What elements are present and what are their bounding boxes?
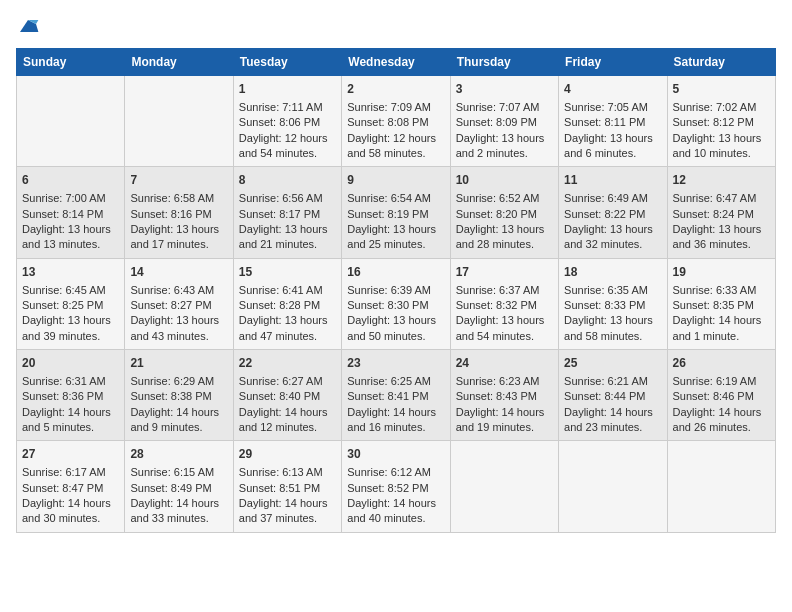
day-detail: and 50 minutes. <box>347 329 444 344</box>
day-detail: Sunrise: 6:17 AM <box>22 465 119 480</box>
day-number: 7 <box>130 172 227 189</box>
day-detail: and 13 minutes. <box>22 237 119 252</box>
day-number: 6 <box>22 172 119 189</box>
day-detail: Daylight: 14 hours <box>347 496 444 511</box>
day-detail: and 39 minutes. <box>22 329 119 344</box>
cell-w2-d4: 9Sunrise: 6:54 AMSunset: 8:19 PMDaylight… <box>342 167 450 258</box>
day-detail: Daylight: 13 hours <box>564 313 661 328</box>
day-detail: Daylight: 12 hours <box>347 131 444 146</box>
cell-w1-d3: 1Sunrise: 7:11 AMSunset: 8:06 PMDaylight… <box>233 76 341 167</box>
day-detail: Sunrise: 6:12 AM <box>347 465 444 480</box>
cell-w3-d4: 16Sunrise: 6:39 AMSunset: 8:30 PMDayligh… <box>342 258 450 349</box>
day-detail: Daylight: 13 hours <box>130 313 227 328</box>
cell-w4-d1: 20Sunrise: 6:31 AMSunset: 8:36 PMDayligh… <box>17 350 125 441</box>
week-row-3: 13Sunrise: 6:45 AMSunset: 8:25 PMDayligh… <box>17 258 776 349</box>
cell-w3-d2: 14Sunrise: 6:43 AMSunset: 8:27 PMDayligh… <box>125 258 233 349</box>
day-detail: and 33 minutes. <box>130 511 227 526</box>
day-number: 30 <box>347 446 444 463</box>
day-detail: Sunset: 8:08 PM <box>347 115 444 130</box>
day-detail: and 2 minutes. <box>456 146 553 161</box>
day-detail: Sunset: 8:27 PM <box>130 298 227 313</box>
day-detail: Sunrise: 6:47 AM <box>673 191 770 206</box>
cell-w5-d1: 27Sunrise: 6:17 AMSunset: 8:47 PMDayligh… <box>17 441 125 532</box>
day-number: 19 <box>673 264 770 281</box>
header-monday: Monday <box>125 49 233 76</box>
day-detail: Daylight: 12 hours <box>239 131 336 146</box>
logo-icon <box>16 16 40 36</box>
cell-w2-d5: 10Sunrise: 6:52 AMSunset: 8:20 PMDayligh… <box>450 167 558 258</box>
day-detail: Sunrise: 6:37 AM <box>456 283 553 298</box>
day-number: 9 <box>347 172 444 189</box>
day-detail: Sunrise: 6:15 AM <box>130 465 227 480</box>
day-detail: Sunrise: 6:41 AM <box>239 283 336 298</box>
day-detail: Daylight: 13 hours <box>22 222 119 237</box>
calendar-table: SundayMondayTuesdayWednesdayThursdayFrid… <box>16 48 776 533</box>
day-number: 27 <box>22 446 119 463</box>
cell-w1-d1 <box>17 76 125 167</box>
day-detail: and 54 minutes. <box>239 146 336 161</box>
day-detail: Sunset: 8:22 PM <box>564 207 661 222</box>
day-detail: and 16 minutes. <box>347 420 444 435</box>
day-detail: Sunset: 8:11 PM <box>564 115 661 130</box>
cell-w1-d7: 5Sunrise: 7:02 AMSunset: 8:12 PMDaylight… <box>667 76 775 167</box>
day-detail: Daylight: 13 hours <box>347 222 444 237</box>
day-detail: Sunrise: 6:49 AM <box>564 191 661 206</box>
day-detail: Sunrise: 6:54 AM <box>347 191 444 206</box>
day-detail: Sunrise: 7:09 AM <box>347 100 444 115</box>
cell-w3-d5: 17Sunrise: 6:37 AMSunset: 8:32 PMDayligh… <box>450 258 558 349</box>
day-detail: Sunset: 8:52 PM <box>347 481 444 496</box>
day-detail: Daylight: 13 hours <box>239 313 336 328</box>
day-detail: Sunset: 8:44 PM <box>564 389 661 404</box>
day-detail: Daylight: 13 hours <box>673 222 770 237</box>
header-wednesday: Wednesday <box>342 49 450 76</box>
day-detail: and 40 minutes. <box>347 511 444 526</box>
day-detail: Sunrise: 6:25 AM <box>347 374 444 389</box>
cell-w5-d7 <box>667 441 775 532</box>
day-detail: Sunset: 8:12 PM <box>673 115 770 130</box>
day-detail: Sunset: 8:14 PM <box>22 207 119 222</box>
day-detail: and 58 minutes. <box>347 146 444 161</box>
day-detail: and 30 minutes. <box>22 511 119 526</box>
day-detail: Sunrise: 6:56 AM <box>239 191 336 206</box>
cell-w4-d4: 23Sunrise: 6:25 AMSunset: 8:41 PMDayligh… <box>342 350 450 441</box>
day-detail: Sunset: 8:41 PM <box>347 389 444 404</box>
day-detail: Daylight: 14 hours <box>22 405 119 420</box>
day-detail: Daylight: 14 hours <box>130 405 227 420</box>
day-number: 25 <box>564 355 661 372</box>
cell-w4-d5: 24Sunrise: 6:23 AMSunset: 8:43 PMDayligh… <box>450 350 558 441</box>
day-detail: and 5 minutes. <box>22 420 119 435</box>
day-number: 22 <box>239 355 336 372</box>
cell-w2-d2: 7Sunrise: 6:58 AMSunset: 8:16 PMDaylight… <box>125 167 233 258</box>
day-detail: Daylight: 13 hours <box>239 222 336 237</box>
day-number: 8 <box>239 172 336 189</box>
cell-w4-d6: 25Sunrise: 6:21 AMSunset: 8:44 PMDayligh… <box>559 350 667 441</box>
cell-w5-d4: 30Sunrise: 6:12 AMSunset: 8:52 PMDayligh… <box>342 441 450 532</box>
day-detail: and 36 minutes. <box>673 237 770 252</box>
weekday-header-row: SundayMondayTuesdayWednesdayThursdayFrid… <box>17 49 776 76</box>
day-detail: and 23 minutes. <box>564 420 661 435</box>
day-number: 23 <box>347 355 444 372</box>
day-detail: Sunrise: 6:58 AM <box>130 191 227 206</box>
cell-w5-d2: 28Sunrise: 6:15 AMSunset: 8:49 PMDayligh… <box>125 441 233 532</box>
day-detail: Sunrise: 7:02 AM <box>673 100 770 115</box>
day-detail: and 26 minutes. <box>673 420 770 435</box>
day-number: 14 <box>130 264 227 281</box>
day-number: 2 <box>347 81 444 98</box>
day-detail: Sunset: 8:38 PM <box>130 389 227 404</box>
cell-w4-d3: 22Sunrise: 6:27 AMSunset: 8:40 PMDayligh… <box>233 350 341 441</box>
day-detail: Sunset: 8:40 PM <box>239 389 336 404</box>
cell-w1-d5: 3Sunrise: 7:07 AMSunset: 8:09 PMDaylight… <box>450 76 558 167</box>
day-detail: and 12 minutes. <box>239 420 336 435</box>
day-detail: and 19 minutes. <box>456 420 553 435</box>
week-row-1: 1Sunrise: 7:11 AMSunset: 8:06 PMDaylight… <box>17 76 776 167</box>
cell-w4-d2: 21Sunrise: 6:29 AMSunset: 8:38 PMDayligh… <box>125 350 233 441</box>
day-number: 10 <box>456 172 553 189</box>
day-detail: Sunrise: 6:35 AM <box>564 283 661 298</box>
day-detail: Sunrise: 7:05 AM <box>564 100 661 115</box>
day-detail: Sunrise: 7:00 AM <box>22 191 119 206</box>
day-detail: Daylight: 13 hours <box>673 131 770 146</box>
day-detail: Sunset: 8:30 PM <box>347 298 444 313</box>
day-detail: Sunrise: 6:23 AM <box>456 374 553 389</box>
day-detail: Sunrise: 6:39 AM <box>347 283 444 298</box>
day-detail: and 32 minutes. <box>564 237 661 252</box>
